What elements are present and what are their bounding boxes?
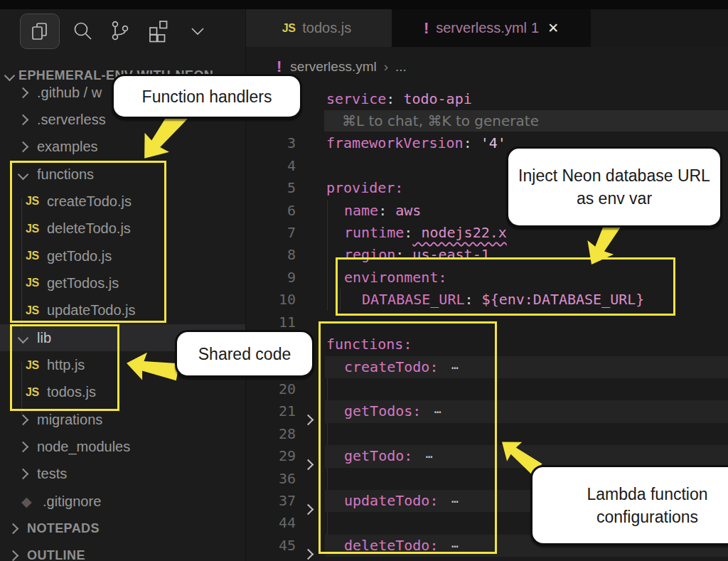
line-number: 37 xyxy=(246,490,296,512)
breadcrumb-file[interactable]: serverless.yml xyxy=(290,59,376,75)
chevron-box xyxy=(16,470,30,478)
yaml-colon: : xyxy=(404,224,412,241)
tab-serverless-yml[interactable]: !serverless.yml1✕ xyxy=(392,9,591,47)
tab-label: serverless.yml xyxy=(436,20,527,36)
code-line[interactable]: service: todo-api xyxy=(246,88,728,110)
line-number: 36 xyxy=(246,468,296,490)
yaml-colon: : xyxy=(386,90,395,107)
yaml-colon: : xyxy=(464,134,472,151)
breadcrumb[interactable]: ! serverless.yml › ... xyxy=(246,47,728,86)
yaml-key: runtime xyxy=(344,224,404,241)
chevron-box xyxy=(16,116,30,124)
tree-item-label: node_modules xyxy=(37,439,130,455)
vscode-window: EPHEMERAL-ENV-WITH-NEON .github / w.serv… xyxy=(0,0,728,561)
chevron-box xyxy=(16,143,30,151)
title-bar xyxy=(0,0,728,9)
callout-shared-code: Shared code xyxy=(175,330,314,378)
breadcrumb-separator: › xyxy=(384,59,388,75)
chevron-box xyxy=(16,89,30,97)
line-number: 20 xyxy=(246,378,296,400)
sidebar-section-notepads[interactable]: NOTEPADS xyxy=(0,515,251,543)
yaml-key: service xyxy=(326,90,386,107)
line-number: 21 xyxy=(246,400,296,422)
callout-inject-neon: Inject Neon database URL as env var xyxy=(506,146,722,228)
highlight-box-functions-config xyxy=(318,321,497,554)
code-text: runtime: nodejs22.x xyxy=(344,222,507,244)
code-text: service: todo-api xyxy=(326,88,472,110)
chevron-box xyxy=(16,416,30,424)
highlight-box-environment xyxy=(336,257,675,316)
yaml-key: frameworkVersion xyxy=(326,134,464,151)
yaml-key: provider xyxy=(326,179,395,196)
line-number: 52 xyxy=(246,557,296,561)
yaml-value: '4' xyxy=(472,134,506,151)
js-file-icon: JS xyxy=(282,22,296,35)
tree-item[interactable]: tests xyxy=(0,461,261,488)
callout-lambda-config: Lambda function configurations xyxy=(530,465,728,545)
git-icon: ◆ xyxy=(21,493,43,510)
code-text: name: aws xyxy=(344,200,421,222)
explorer-icon[interactable] xyxy=(20,14,60,49)
yaml-file-icon: ! xyxy=(424,19,429,38)
tree-item[interactable]: ◆.gitignore xyxy=(0,488,267,515)
chevron-box xyxy=(6,525,20,533)
chevron-right-icon xyxy=(17,442,28,453)
chevron-right-icon xyxy=(17,141,28,153)
yaml-value: aws xyxy=(387,202,421,219)
yaml-file-icon: ! xyxy=(277,58,282,76)
line-number: 29 xyxy=(246,445,296,467)
highlight-box-functions-folder xyxy=(10,161,166,323)
yaml-value: todo-api xyxy=(395,90,471,107)
line-number: 5 xyxy=(246,177,296,199)
line-number: 45 xyxy=(246,535,296,557)
activity-bar xyxy=(0,13,245,57)
line-number: 6 xyxy=(246,200,296,222)
chevron-right-icon xyxy=(17,469,28,480)
yaml-colon: : xyxy=(395,179,403,196)
tree-item-label: OUTLINE xyxy=(27,548,85,561)
yaml-colon: : xyxy=(378,202,387,219)
line-number: 44 xyxy=(246,512,296,534)
yaml-key: name xyxy=(344,202,378,219)
tree-item-label: tests xyxy=(37,466,67,482)
yaml-value: nodejs22.x xyxy=(412,224,506,241)
code-text: provider: xyxy=(326,177,403,199)
code-text: frameworkVersion: '4' xyxy=(326,132,506,154)
close-icon[interactable]: ✕ xyxy=(547,20,559,36)
line-number: 10 xyxy=(246,289,296,311)
line-number: 8 xyxy=(246,244,296,266)
tree-item[interactable]: node_modules xyxy=(0,434,261,461)
highlight-box-lib-folder xyxy=(10,324,119,411)
chevron-box xyxy=(16,443,30,451)
tree-item-label: examples xyxy=(37,139,98,155)
line-number: 4 xyxy=(246,155,296,177)
chevron-right-icon xyxy=(17,87,28,98)
tab-label: todos.js xyxy=(302,20,351,36)
chevron-right-icon xyxy=(7,523,18,535)
chevron-down-icon[interactable] xyxy=(186,21,209,41)
tab-problem-badge: 1 xyxy=(531,20,539,36)
chevron-right-icon xyxy=(17,414,28,425)
chevron-right-icon xyxy=(7,550,18,561)
breadcrumb-more[interactable]: ... xyxy=(395,59,407,75)
callout-function-handlers: Function handlers xyxy=(112,74,302,119)
code-line[interactable]: 52 xyxy=(246,557,728,561)
tree-item-label: .github / w xyxy=(37,85,102,101)
line-number: 9 xyxy=(246,267,296,289)
tree-item-label: .gitignore xyxy=(43,493,101,510)
source-control-icon[interactable] xyxy=(107,18,132,43)
inline-hint-text: ⌘L to chat, ⌘K to generate xyxy=(342,110,539,132)
line-number: 7 xyxy=(246,222,296,244)
chevron-right-icon xyxy=(17,114,28,126)
tab-bar: JStodos.js!serverless.yml1✕ xyxy=(246,9,728,47)
tab-todos-js[interactable]: JStodos.js xyxy=(246,9,392,47)
line-number: 28 xyxy=(246,423,296,445)
tree-item-label: NOTEPADS xyxy=(27,521,100,536)
extensions-icon[interactable] xyxy=(145,18,172,43)
tree-item-label: .serverless xyxy=(37,112,106,128)
sidebar-section-outline[interactable]: OUTLINE xyxy=(0,543,251,561)
chevron-box xyxy=(6,552,20,560)
tree-item-label: migrations xyxy=(37,412,102,428)
search-icon[interactable] xyxy=(70,18,95,43)
line-number: 3 xyxy=(246,132,296,154)
